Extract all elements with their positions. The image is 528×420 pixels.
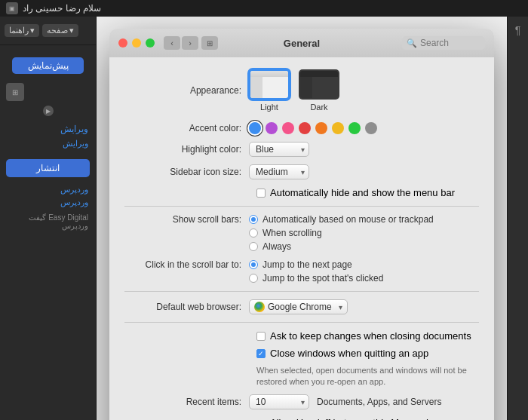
accent-blue[interactable] bbox=[249, 122, 261, 134]
menu-bar-title: سلام رضا حسینی راد bbox=[23, 3, 101, 14]
back-label: راهنما bbox=[9, 26, 29, 35]
show-scroll-bars-row: Show scroll bars: Automatically based on… bbox=[124, 214, 479, 252]
accent-purple[interactable] bbox=[266, 122, 278, 134]
minimize-button[interactable] bbox=[132, 38, 141, 48]
auto-hide-menu-checkbox[interactable] bbox=[256, 189, 266, 198]
auto-hide-menu-row: Automatically hide and show the menu bar bbox=[124, 187, 479, 198]
jump-next-page-label: Jump to the next page bbox=[262, 259, 352, 270]
traffic-lights bbox=[118, 38, 155, 48]
recent-items-label: Recent items: bbox=[124, 397, 249, 407]
forward-btn[interactable]: صفحه ▾ bbox=[42, 24, 78, 37]
default-browser-label: Default web browser: bbox=[124, 302, 249, 312]
sidebar-icon-size-label: Sidebar icon size: bbox=[124, 167, 249, 177]
accent-graphite[interactable] bbox=[365, 122, 377, 134]
ask-keep-changes-label: Ask to keep changes when closing documen… bbox=[270, 330, 471, 342]
back-nav-button[interactable]: ‹ bbox=[164, 36, 180, 50]
recent-items-select[interactable]: 10 bbox=[249, 394, 309, 409]
recent-items-select-wrapper[interactable]: 10 bbox=[249, 394, 309, 409]
dark-theme-thumb bbox=[299, 69, 339, 100]
right-panel: ¶ bbox=[507, 17, 528, 420]
jump-to-spot-option[interactable]: Jump to the spot that's clicked bbox=[249, 273, 383, 284]
click-scroll-bar-row: Click in the scroll bar to: Jump to the … bbox=[124, 259, 479, 284]
sidebar-icon-size-select[interactable]: Medium bbox=[249, 164, 309, 179]
ask-keep-changes-row: Ask to keep changes when closing documen… bbox=[124, 330, 479, 342]
dialog-title: General bbox=[284, 38, 320, 49]
highlight-color-label: Highlight color: bbox=[124, 144, 249, 155]
nav-buttons: ‹ › bbox=[164, 36, 198, 50]
jump-next-page-option[interactable]: Jump to the next page bbox=[249, 259, 383, 270]
left-toolbar: راهنما ▾ صفحه ▾ bbox=[0, 17, 96, 45]
close-windows-description: When selected, open documents and window… bbox=[124, 365, 479, 388]
nav-item-3[interactable]: Easy Digital گیفت وردپرس bbox=[0, 212, 96, 231]
auto-hide-menu-label: Automatically hide and show the menu bar bbox=[270, 187, 455, 198]
scroll-auto-radio[interactable] bbox=[249, 215, 258, 224]
forward-nav-button[interactable]: › bbox=[182, 36, 198, 50]
highlight-color-select[interactable]: Blue bbox=[249, 142, 309, 157]
appearance-label: Appearance: bbox=[124, 85, 249, 96]
browser-name: Google Chrome bbox=[268, 302, 332, 312]
handoff-label: Allow Handoff between this Mac and your … bbox=[270, 417, 479, 420]
search-box[interactable]: 🔍 bbox=[402, 36, 485, 50]
jump-next-page-radio[interactable] bbox=[249, 260, 258, 269]
close-windows-row: Close windows when quitting an app bbox=[124, 348, 479, 359]
accent-color-label: Accent color: bbox=[124, 123, 249, 133]
accent-color-options bbox=[249, 122, 377, 134]
appearance-row: Appearance: Light Dark bbox=[124, 69, 479, 112]
preview-button[interactable]: پیش‌نمایش bbox=[12, 57, 84, 74]
nav-edit-2[interactable]: ویرایش bbox=[0, 137, 96, 150]
dialog-titlebar: ‹ › ⊞ General 🔍 bbox=[109, 29, 494, 57]
click-scroll-bar-label: Click in the scroll bar to: bbox=[124, 259, 249, 270]
scroll-auto-label: Automatically based on mouse or trackpad bbox=[262, 214, 434, 225]
recent-items-suffix: Documents, Apps, and Servers bbox=[317, 397, 441, 407]
close-windows-checkbox[interactable] bbox=[256, 349, 266, 358]
arrow-icon: ▶ bbox=[43, 106, 54, 116]
scroll-when-scrolling-label: When scrolling bbox=[262, 228, 322, 238]
click-scroll-bar-options: Jump to the next page Jump to the spot t… bbox=[249, 259, 383, 284]
accent-green[interactable] bbox=[348, 122, 361, 134]
accent-orange[interactable] bbox=[315, 122, 327, 134]
chrome-icon bbox=[254, 302, 265, 312]
accent-pink[interactable] bbox=[282, 122, 294, 134]
left-panel: راهنما ▾ صفحه ▾ پیش‌نمایش ⊞ ▶ ویرایش ویر… bbox=[0, 17, 97, 420]
dark-label: Dark bbox=[310, 103, 327, 112]
close-windows-label: Close windows when quitting an app bbox=[270, 348, 428, 359]
ask-keep-changes-checkbox[interactable] bbox=[256, 332, 266, 341]
app-icon: ▣ bbox=[6, 2, 18, 14]
nav-item-1[interactable]: وردپرس bbox=[0, 183, 96, 196]
scroll-when-scrolling-radio[interactable] bbox=[249, 228, 258, 238]
back-btn[interactable]: راهنما ▾ bbox=[5, 24, 39, 37]
handoff-row: Allow Handoff between this Mac and your … bbox=[124, 417, 479, 420]
scroll-auto-option[interactable]: Automatically based on mouse or trackpad bbox=[249, 214, 434, 225]
recent-items-row: Recent items: 10 Documents, Apps, and Se… bbox=[124, 394, 479, 409]
panel-icon: ⊞ bbox=[12, 88, 18, 97]
light-theme-option[interactable]: Light bbox=[249, 69, 290, 112]
pilcrow-icon: ¶ bbox=[515, 24, 521, 36]
accent-red[interactable] bbox=[299, 122, 311, 134]
light-theme-thumb bbox=[249, 69, 290, 100]
highlight-color-row: Highlight color: Blue bbox=[124, 142, 479, 157]
highlight-color-select-wrapper[interactable]: Blue bbox=[249, 142, 309, 157]
nav-item-2[interactable]: وردپرس bbox=[0, 196, 96, 209]
forward-label: صفحه bbox=[47, 26, 68, 35]
sidebar-icon-size-select-wrapper[interactable]: Medium bbox=[249, 164, 309, 179]
scroll-always-radio[interactable] bbox=[249, 242, 258, 251]
grid-button[interactable]: ⊞ bbox=[201, 36, 218, 50]
menu-bar: ▣ سلام رضا حسینی راد bbox=[0, 0, 528, 17]
nav-edit-1[interactable]: ویرایش bbox=[0, 121, 96, 137]
general-settings-dialog: ‹ › ⊞ General 🔍 Appearance: Light bbox=[109, 29, 494, 420]
dark-theme-option[interactable]: Dark bbox=[299, 69, 339, 112]
separator-2 bbox=[124, 291, 479, 292]
maximize-button[interactable] bbox=[146, 38, 155, 48]
scroll-always-option[interactable]: Always bbox=[249, 241, 434, 252]
accent-yellow[interactable] bbox=[332, 122, 344, 134]
accent-color-row: Accent color: bbox=[124, 122, 479, 134]
show-scroll-bars-options: Automatically based on mouse or trackpad… bbox=[249, 214, 434, 252]
publish-button[interactable]: انتشار bbox=[6, 159, 90, 177]
sidebar-icon-size-row: Sidebar icon size: Medium bbox=[124, 164, 479, 179]
browser-select-wrapper[interactable]: Google Chrome bbox=[249, 299, 348, 314]
scroll-when-scrolling-option[interactable]: When scrolling bbox=[249, 228, 434, 238]
jump-to-spot-radio[interactable] bbox=[249, 274, 258, 283]
close-button[interactable] bbox=[118, 38, 127, 48]
search-input[interactable] bbox=[420, 38, 480, 48]
separator-1 bbox=[124, 206, 479, 207]
